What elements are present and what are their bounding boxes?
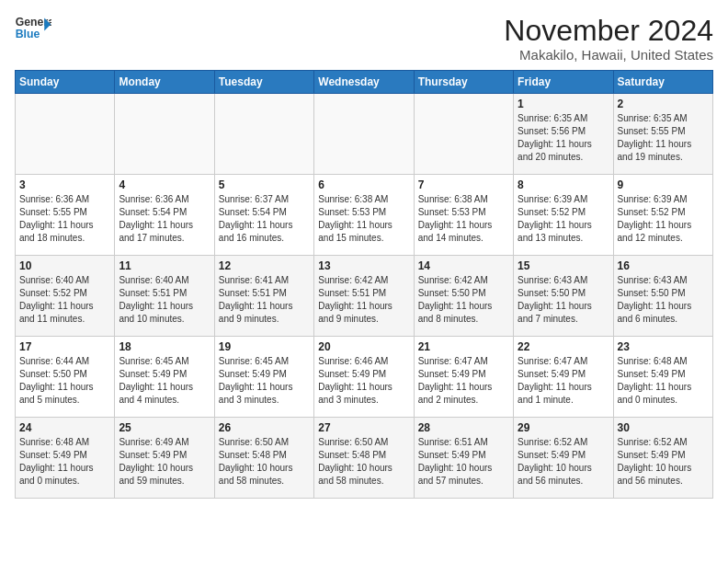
day-number: 16 [618, 259, 709, 272]
location-title: Makakilo, Hawaii, United States [504, 47, 713, 63]
calendar-cell [16, 94, 115, 175]
day-number: 2 [618, 98, 709, 110]
calendar-cell: 27Sunrise: 6:50 AM Sunset: 5:48 PM Dayli… [314, 418, 414, 499]
calendar-cell [214, 94, 313, 175]
calendar-cell: 2Sunrise: 6:35 AM Sunset: 5:55 PM Daylig… [613, 94, 712, 175]
day-number: 4 [119, 178, 210, 191]
day-number: 17 [19, 340, 110, 353]
calendar-cell: 20Sunrise: 6:46 AM Sunset: 5:49 PM Dayli… [314, 337, 414, 418]
day-detail: Sunrise: 6:47 AM Sunset: 5:49 PM Dayligh… [418, 355, 509, 407]
day-detail: Sunrise: 6:42 AM Sunset: 5:51 PM Dayligh… [318, 274, 409, 326]
day-detail: Sunrise: 6:43 AM Sunset: 5:50 PM Dayligh… [518, 274, 609, 326]
day-detail: Sunrise: 6:45 AM Sunset: 5:49 PM Dayligh… [119, 355, 210, 407]
day-detail: Sunrise: 6:43 AM Sunset: 5:50 PM Dayligh… [618, 274, 709, 326]
day-detail: Sunrise: 6:35 AM Sunset: 5:56 PM Dayligh… [518, 112, 609, 164]
calendar-cell: 17Sunrise: 6:44 AM Sunset: 5:50 PM Dayli… [16, 337, 115, 418]
day-detail: Sunrise: 6:41 AM Sunset: 5:51 PM Dayligh… [219, 274, 310, 326]
day-number: 3 [19, 178, 110, 191]
weekday-header: Monday [115, 71, 214, 94]
day-number: 11 [119, 259, 210, 272]
day-detail: Sunrise: 6:38 AM Sunset: 5:53 PM Dayligh… [318, 193, 409, 245]
calendar-cell: 29Sunrise: 6:52 AM Sunset: 5:49 PM Dayli… [514, 418, 613, 499]
day-detail: Sunrise: 6:48 AM Sunset: 5:49 PM Dayligh… [19, 436, 110, 488]
day-detail: Sunrise: 6:38 AM Sunset: 5:53 PM Dayligh… [418, 193, 509, 245]
day-number: 6 [318, 178, 409, 191]
day-detail: Sunrise: 6:51 AM Sunset: 5:49 PM Dayligh… [418, 436, 509, 488]
weekday-header: Sunday [16, 71, 115, 94]
calendar-week-row: 17Sunrise: 6:44 AM Sunset: 5:50 PM Dayli… [16, 337, 713, 418]
day-number: 29 [518, 421, 609, 434]
day-number: 30 [618, 421, 709, 434]
calendar-week-row: 1Sunrise: 6:35 AM Sunset: 5:56 PM Daylig… [16, 94, 713, 175]
day-number: 28 [418, 421, 509, 434]
calendar-cell [314, 94, 414, 175]
calendar-cell: 28Sunrise: 6:51 AM Sunset: 5:49 PM Dayli… [414, 418, 513, 499]
day-detail: Sunrise: 6:52 AM Sunset: 5:49 PM Dayligh… [518, 436, 609, 488]
calendar-cell: 1Sunrise: 6:35 AM Sunset: 5:56 PM Daylig… [514, 94, 613, 175]
day-number: 24 [19, 421, 110, 434]
calendar-cell: 25Sunrise: 6:49 AM Sunset: 5:49 PM Dayli… [115, 418, 214, 499]
day-number: 15 [518, 259, 609, 272]
weekday-header: Tuesday [214, 71, 313, 94]
calendar-cell: 7Sunrise: 6:38 AM Sunset: 5:53 PM Daylig… [414, 175, 513, 256]
day-detail: Sunrise: 6:36 AM Sunset: 5:55 PM Dayligh… [19, 193, 110, 245]
calendar-cell: 26Sunrise: 6:50 AM Sunset: 5:48 PM Dayli… [214, 418, 313, 499]
calendar-cell: 8Sunrise: 6:39 AM Sunset: 5:52 PM Daylig… [514, 175, 613, 256]
weekday-header: Friday [514, 71, 613, 94]
day-number: 7 [418, 178, 509, 191]
calendar-cell: 21Sunrise: 6:47 AM Sunset: 5:49 PM Dayli… [414, 337, 513, 418]
day-number: 18 [119, 340, 210, 353]
day-number: 27 [318, 421, 409, 434]
day-detail: Sunrise: 6:44 AM Sunset: 5:50 PM Dayligh… [19, 355, 110, 407]
calendar-cell [115, 94, 214, 175]
calendar-cell: 22Sunrise: 6:47 AM Sunset: 5:49 PM Dayli… [514, 337, 613, 418]
day-number: 12 [219, 259, 310, 272]
day-detail: Sunrise: 6:39 AM Sunset: 5:52 PM Dayligh… [618, 193, 709, 245]
calendar-week-row: 3Sunrise: 6:36 AM Sunset: 5:55 PM Daylig… [16, 175, 713, 256]
day-detail: Sunrise: 6:35 AM Sunset: 5:55 PM Dayligh… [618, 112, 709, 164]
day-detail: Sunrise: 6:40 AM Sunset: 5:52 PM Dayligh… [19, 274, 110, 326]
day-number: 13 [318, 259, 409, 272]
calendar-week-row: 10Sunrise: 6:40 AM Sunset: 5:52 PM Dayli… [16, 256, 713, 337]
calendar-cell: 4Sunrise: 6:36 AM Sunset: 5:54 PM Daylig… [115, 175, 214, 256]
calendar-cell: 15Sunrise: 6:43 AM Sunset: 5:50 PM Dayli… [514, 256, 613, 337]
calendar-cell: 16Sunrise: 6:43 AM Sunset: 5:50 PM Dayli… [613, 256, 712, 337]
day-detail: Sunrise: 6:37 AM Sunset: 5:54 PM Dayligh… [219, 193, 310, 245]
weekday-header: Thursday [414, 71, 513, 94]
day-detail: Sunrise: 6:42 AM Sunset: 5:50 PM Dayligh… [418, 274, 509, 326]
logo-icon: General Blue [15, 15, 51, 40]
day-number: 25 [119, 421, 210, 434]
svg-text:Blue: Blue [16, 28, 40, 40]
calendar-cell: 12Sunrise: 6:41 AM Sunset: 5:51 PM Dayli… [214, 256, 313, 337]
calendar-cell: 11Sunrise: 6:40 AM Sunset: 5:51 PM Dayli… [115, 256, 214, 337]
page-header: General Blue November 2024 Makakilo, Haw… [15, 15, 713, 63]
weekday-header: Saturday [613, 71, 712, 94]
day-number: 1 [518, 98, 609, 110]
calendar-cell: 9Sunrise: 6:39 AM Sunset: 5:52 PM Daylig… [613, 175, 712, 256]
day-detail: Sunrise: 6:39 AM Sunset: 5:52 PM Dayligh… [518, 193, 609, 245]
calendar-cell: 13Sunrise: 6:42 AM Sunset: 5:51 PM Dayli… [314, 256, 414, 337]
calendar-cell: 19Sunrise: 6:45 AM Sunset: 5:49 PM Dayli… [214, 337, 313, 418]
calendar-table: SundayMondayTuesdayWednesdayThursdayFrid… [15, 70, 713, 499]
logo: General Blue [15, 15, 51, 40]
calendar-cell: 24Sunrise: 6:48 AM Sunset: 5:49 PM Dayli… [16, 418, 115, 499]
day-detail: Sunrise: 6:40 AM Sunset: 5:51 PM Dayligh… [119, 274, 210, 326]
day-number: 20 [318, 340, 409, 353]
calendar-week-row: 24Sunrise: 6:48 AM Sunset: 5:49 PM Dayli… [16, 418, 713, 499]
day-detail: Sunrise: 6:52 AM Sunset: 5:49 PM Dayligh… [618, 436, 709, 488]
day-detail: Sunrise: 6:49 AM Sunset: 5:49 PM Dayligh… [119, 436, 210, 488]
calendar-cell: 30Sunrise: 6:52 AM Sunset: 5:49 PM Dayli… [613, 418, 712, 499]
day-number: 23 [618, 340, 709, 353]
day-detail: Sunrise: 6:48 AM Sunset: 5:49 PM Dayligh… [618, 355, 709, 407]
calendar-cell: 14Sunrise: 6:42 AM Sunset: 5:50 PM Dayli… [414, 256, 513, 337]
calendar-header-row: SundayMondayTuesdayWednesdayThursdayFrid… [16, 71, 713, 94]
calendar-cell: 18Sunrise: 6:45 AM Sunset: 5:49 PM Dayli… [115, 337, 214, 418]
day-number: 21 [418, 340, 509, 353]
day-number: 8 [518, 178, 609, 191]
title-block: November 2024 Makakilo, Hawaii, United S… [504, 15, 713, 63]
day-detail: Sunrise: 6:46 AM Sunset: 5:49 PM Dayligh… [318, 355, 409, 407]
day-number: 19 [219, 340, 310, 353]
day-detail: Sunrise: 6:36 AM Sunset: 5:54 PM Dayligh… [119, 193, 210, 245]
calendar-cell: 6Sunrise: 6:38 AM Sunset: 5:53 PM Daylig… [314, 175, 414, 256]
day-number: 9 [618, 178, 709, 191]
